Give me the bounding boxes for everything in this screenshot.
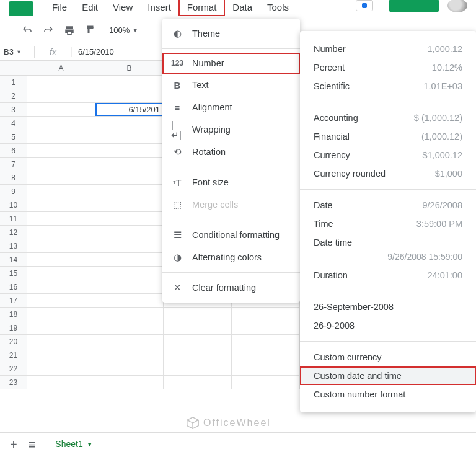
number-option-example2[interactable]: 26-9-2008 xyxy=(300,316,476,335)
row-header[interactable]: 16 xyxy=(0,280,27,293)
col-header-a[interactable]: A xyxy=(27,61,95,75)
menu-fontsize[interactable]: тTFont size xyxy=(162,171,300,193)
cell[interactable] xyxy=(95,130,164,143)
row-header[interactable]: 7 xyxy=(0,158,27,171)
menu-edit[interactable]: Edit xyxy=(74,0,105,15)
menu-view[interactable]: View xyxy=(105,0,140,15)
cell[interactable] xyxy=(232,308,300,321)
row-header[interactable]: 4 xyxy=(0,117,27,130)
cell[interactable] xyxy=(95,348,164,362)
cell[interactable] xyxy=(27,280,95,293)
menu-number[interactable]: 123Number xyxy=(162,53,300,74)
print-icon[interactable] xyxy=(63,24,76,37)
cell[interactable] xyxy=(27,348,95,362)
number-option-custom-currency[interactable]: Custom currency xyxy=(300,348,476,366)
row-header[interactable]: 14 xyxy=(0,253,27,266)
name-box[interactable]: B3▼ xyxy=(0,46,35,58)
cell[interactable] xyxy=(232,376,300,389)
cell[interactable] xyxy=(95,185,164,198)
row-header[interactable]: 2 xyxy=(0,89,27,102)
cell[interactable] xyxy=(95,376,164,389)
number-option-custom-datetime[interactable]: Custom date and time xyxy=(300,366,476,385)
number-option-currency-rounded[interactable]: Currency rounded$1,000 xyxy=(300,164,476,183)
cell[interactable] xyxy=(27,130,95,143)
number-option-currency[interactable]: Currency$1,000.12 xyxy=(300,146,476,164)
menu-data[interactable]: Data xyxy=(225,0,260,15)
menu-clear[interactable]: ✕Clear formatting xyxy=(162,277,300,299)
cell[interactable] xyxy=(164,335,232,348)
meet-button[interactable] xyxy=(356,0,373,11)
cell[interactable] xyxy=(95,117,164,130)
row-header[interactable]: 19 xyxy=(0,321,27,334)
cell[interactable] xyxy=(232,362,300,375)
cell[interactable] xyxy=(27,239,95,252)
row-header[interactable]: 17 xyxy=(0,294,27,307)
cell[interactable] xyxy=(27,226,95,239)
number-option-number[interactable]: Number1,000.12 xyxy=(300,40,476,58)
cell[interactable] xyxy=(232,335,300,348)
col-header-b[interactable]: B xyxy=(95,61,164,75)
cell[interactable] xyxy=(95,212,164,225)
cell-b3-active[interactable]: 6/15/201 xyxy=(95,103,164,116)
cell[interactable] xyxy=(95,171,164,184)
row-header[interactable]: 18 xyxy=(0,308,27,321)
zoom-dropdown[interactable]: 100%▼ xyxy=(109,25,138,35)
redo-icon[interactable] xyxy=(42,24,55,37)
cell[interactable] xyxy=(27,362,95,375)
cell[interactable] xyxy=(95,253,164,266)
menu-alternating[interactable]: ◑Alternating colors xyxy=(162,246,300,268)
menu-rotation[interactable]: ⟲Rotation xyxy=(162,141,300,163)
cell[interactable] xyxy=(95,76,164,89)
row-header[interactable]: 22 xyxy=(0,362,27,375)
row-header[interactable]: 3 xyxy=(0,103,27,116)
add-sheet-button[interactable]: + xyxy=(10,438,17,452)
cell[interactable] xyxy=(232,321,300,334)
cell[interactable] xyxy=(27,335,95,348)
row-header[interactable]: 9 xyxy=(0,185,27,198)
cell[interactable] xyxy=(95,308,164,321)
menu-wrapping[interactable]: |↵|Wrapping xyxy=(162,118,300,141)
cell[interactable] xyxy=(27,267,95,280)
number-option-duration[interactable]: Duration24:01:00 xyxy=(300,266,476,285)
row-header[interactable]: 5 xyxy=(0,130,27,143)
menu-conditional[interactable]: ☰Conditional formatting xyxy=(162,224,300,246)
sheet-tab-1[interactable]: Sheet1▼ xyxy=(46,434,101,456)
cell[interactable] xyxy=(95,280,164,293)
number-option-percent[interactable]: Percent10.12% xyxy=(300,58,476,77)
cell[interactable] xyxy=(27,321,95,334)
row-header[interactable]: 23 xyxy=(0,376,27,389)
row-header[interactable]: 10 xyxy=(0,198,27,211)
row-header[interactable]: 11 xyxy=(0,212,27,225)
row-header[interactable]: 6 xyxy=(0,144,27,157)
cell[interactable] xyxy=(95,321,164,334)
row-header[interactable]: 15 xyxy=(0,267,27,280)
row-header[interactable]: 13 xyxy=(0,239,27,252)
cell[interactable] xyxy=(95,144,164,157)
cell[interactable] xyxy=(164,308,232,321)
cell[interactable] xyxy=(164,376,232,389)
cell[interactable] xyxy=(27,103,95,116)
undo-icon[interactable] xyxy=(21,24,33,37)
formula-input[interactable]: 6/15/2010 xyxy=(72,46,120,58)
row-header[interactable]: 21 xyxy=(0,348,27,362)
cell[interactable] xyxy=(27,376,95,389)
cell[interactable] xyxy=(27,185,95,198)
all-sheets-button[interactable]: ≡ xyxy=(29,438,36,452)
menu-text[interactable]: BText xyxy=(162,74,300,96)
cell[interactable] xyxy=(27,171,95,184)
cell[interactable] xyxy=(95,158,164,171)
cell[interactable] xyxy=(95,335,164,348)
menu-format[interactable]: Format xyxy=(178,0,226,16)
cell[interactable] xyxy=(27,117,95,130)
cell[interactable] xyxy=(95,267,164,280)
cell[interactable] xyxy=(95,198,164,211)
row-header[interactable]: 8 xyxy=(0,171,27,184)
cell[interactable] xyxy=(95,294,164,307)
number-option-accounting[interactable]: Accounting$ (1,000.12) xyxy=(300,109,476,127)
cell[interactable] xyxy=(27,212,95,225)
share-button[interactable] xyxy=(389,0,439,12)
menu-insert[interactable]: Insert xyxy=(140,0,178,15)
number-option-time[interactable]: Time3:59:00 PM xyxy=(300,215,476,233)
cell[interactable] xyxy=(27,308,95,321)
cell[interactable] xyxy=(164,348,232,362)
